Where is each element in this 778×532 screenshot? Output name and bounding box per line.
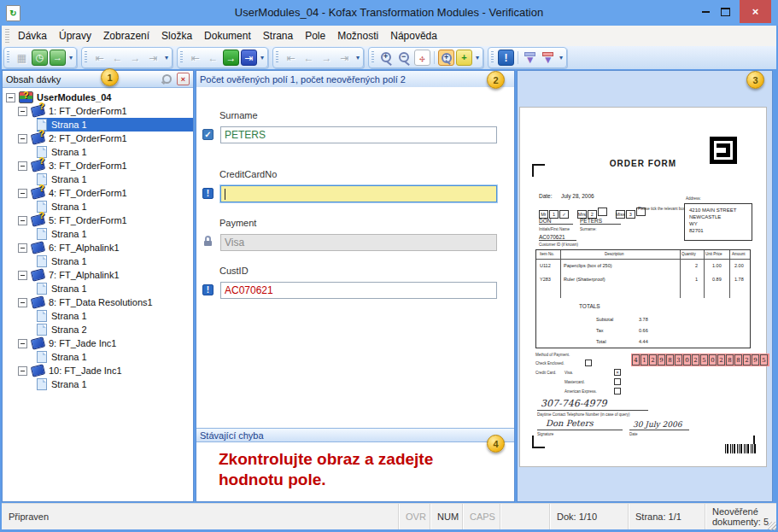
menu-item[interactable]: Dávka [12,27,53,44]
status-doc-count: Dok: 1/10 [549,504,628,529]
tree-document[interactable]: 9: FT_Jade Inc1 [3,336,193,350]
tree-document[interactable]: 10: FT_Jade Inc1 [3,364,193,377]
toolbar-grip[interactable] [7,51,9,64]
collapse-toggle[interactable] [18,366,27,376]
tree-page[interactable]: Strana 1 [3,145,193,159]
suspend-batch-icon[interactable]: ◷ [32,50,48,66]
creditcardno-field[interactable] [220,185,497,202]
tree-document[interactable]: 8: FT_Data Resolutions1 [3,295,193,309]
close-button[interactable]: × [740,0,771,23]
panel-close-icon[interactable]: × [177,73,190,85]
next-document-icon[interactable]: → [223,50,239,66]
previous-folder-icon[interactable]: ← [109,50,126,66]
tree-page[interactable]: Strana 1 [3,254,193,268]
tree-page[interactable]: Strana 1 [3,118,193,132]
menu-item[interactable]: Složka [155,27,198,44]
minimize-button[interactable] [699,0,711,23]
toolbar-overflow-icon[interactable]: ▾ [356,54,360,61]
tree-document[interactable]: 6: FT_Alphalink1 [3,241,193,254]
credit-card-label: Credit Card. [535,371,556,375]
collapse-toggle[interactable] [18,339,27,348]
tree-page[interactable]: Strana 1 [3,282,193,295]
collapse-toggle[interactable] [18,216,27,225]
add-note-icon[interactable]: + [456,50,472,66]
item-no: Y283 [540,277,551,282]
maximize-button[interactable] [718,0,732,23]
menu-item[interactable]: Nápověda [384,27,443,44]
tree-document[interactable]: 2: FT_OrderForm1 [3,132,193,145]
last-document-icon[interactable]: ⇥ [241,50,257,66]
resize-grip[interactable] [768,522,776,530]
collapse-toggle[interactable] [18,189,27,198]
auto-hide-pin-icon[interactable] [162,74,172,84]
menu-item[interactable]: Možnosti [331,27,384,44]
last-folder-icon[interactable]: ⇥ [145,50,161,66]
first-page-icon[interactable]: ⇤ [283,50,299,66]
toolbar-grip[interactable] [371,51,374,64]
tree-page[interactable]: Strana 1 [3,172,193,186]
toolbar-overflow-icon[interactable]: ▾ [69,54,73,61]
zoom-selection-icon[interactable]: + [438,50,454,66]
surname-field[interactable] [220,126,497,143]
collapse-toggle[interactable] [18,107,27,116]
collapse-toggle[interactable] [18,271,27,280]
custid-field[interactable] [220,282,497,299]
previous-document-icon[interactable]: ← [205,50,221,66]
toolbar-grip[interactable] [180,51,183,64]
batch-name: UserModules_04 [37,92,111,102]
next-folder-icon[interactable]: → [127,50,143,66]
force-valid-document-icon[interactable]: ▼ [540,50,556,66]
menu-item[interactable]: Pole [299,27,331,44]
collapse-toggle[interactable] [6,93,15,102]
toolbar-grip[interactable] [85,51,87,64]
first-folder-icon[interactable]: ⇤ [91,50,108,66]
tree-page[interactable]: Strana 1 [3,377,193,391]
tree-root[interactable]: UserModules_04 [3,91,193,104]
window-title: UserModules_04 - Kofax Transformation Mo… [0,0,778,26]
date-label: Date: [539,193,553,199]
toolbar-grip[interactable] [491,51,494,64]
collapse-toggle[interactable] [18,243,27,253]
next-page-icon[interactable]: → [319,50,335,66]
toolbar-overflow-icon[interactable]: ▾ [559,54,563,61]
collapse-toggle[interactable] [18,134,27,143]
toolbar-overflow-icon[interactable]: ▾ [476,54,479,61]
batch-icon [19,91,33,103]
tree-page[interactable]: Strana 1 [3,309,193,323]
tree-document[interactable]: 3: FT_OrderForm1 [3,159,193,172]
toolbar-overflow-icon[interactable]: ▾ [260,54,264,61]
zoom-out-icon[interactable]: − [396,50,412,66]
toolbar-grip[interactable] [276,51,278,64]
first-document-icon[interactable]: ⇤ [187,50,203,66]
tree-document[interactable]: 5: FT_OrderForm1 [3,213,193,227]
scanned-document-image[interactable]: ORDER FORM Date: July 28, 2006 Mr1✓ Mrs2… [520,108,766,466]
tree-document[interactable]: 1: FT_OrderForm1 [3,104,193,118]
problem-icon[interactable]: ! [498,50,514,66]
menu-item[interactable]: Zobrazení [97,27,155,44]
tree-document[interactable]: 7: FT_Alphalink1 [3,268,193,282]
unverified-document-icon [31,159,45,172]
tree-page[interactable]: Strana 1 [3,227,193,241]
status-caps: CAPS [462,504,500,529]
unverified-document-icon [31,132,45,144]
tree-page[interactable]: Strana 2 [3,323,193,336]
fit-image-icon[interactable]: ↔ [414,50,430,66]
collapse-toggle[interactable] [18,161,27,171]
close-batch-icon[interactable]: → [50,50,66,66]
menu-item[interactable]: Dokument [198,27,257,44]
menu-item[interactable]: Úpravy [53,27,97,44]
tree-page[interactable]: Strana 1 [3,200,193,213]
zoom-in-icon[interactable]: + [378,50,395,66]
last-page-icon[interactable]: ⇥ [336,50,353,66]
toolbar-overflow-icon[interactable]: ▾ [165,54,168,61]
menu-item[interactable]: Strana [257,27,299,44]
card-digit-box: 0 [683,354,691,365]
customer-id-label: Customer ID (if known) [539,243,578,247]
toolbar-group-view: +−↔++▾ [368,47,483,68]
previous-page-icon[interactable]: ← [301,50,317,66]
open-batch-icon[interactable]: ▦ [14,50,30,66]
tree-document[interactable]: 4: FT_OrderForm1 [3,186,193,200]
tree-page[interactable]: Strana 1 [3,350,193,364]
collapse-toggle[interactable] [18,298,27,307]
force-valid-field-icon[interactable]: ▼ [522,50,538,66]
